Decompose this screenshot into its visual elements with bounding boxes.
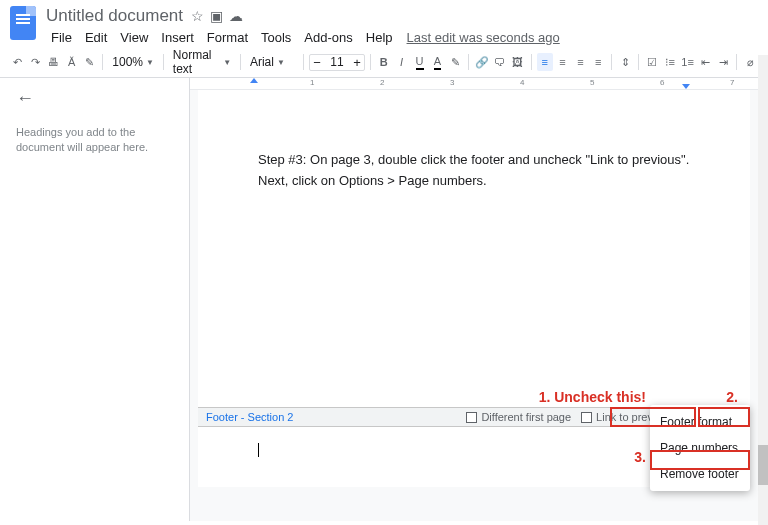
separator xyxy=(240,54,241,70)
ruler-tick: 6 xyxy=(660,78,664,87)
annotation-1: 1. Uncheck this! xyxy=(539,389,646,405)
highlight-box-options xyxy=(698,407,750,427)
docs-logo-icon[interactable] xyxy=(10,6,36,40)
number-list-icon[interactable]: 1≡ xyxy=(680,53,696,71)
menu-insert[interactable]: Insert xyxy=(156,28,199,47)
page[interactable]: Step #3: On page 3, double click the foo… xyxy=(198,90,750,450)
document-area: 1 2 3 4 5 6 7 Step #3: On page 3, double… xyxy=(190,78,768,521)
title-row: Untitled document ☆ ▣ ☁ xyxy=(46,6,560,26)
print-icon[interactable]: 🖶 xyxy=(46,53,62,71)
menu-edit[interactable]: Edit xyxy=(80,28,112,47)
back-arrow-icon[interactable]: ← xyxy=(16,88,173,109)
separator xyxy=(102,54,103,70)
indent-icon[interactable]: ⇥ xyxy=(715,53,731,71)
bold-icon[interactable]: B xyxy=(376,53,392,71)
line-spacing-icon[interactable]: ⇕ xyxy=(617,53,633,71)
toolbar: ↶ ↷ 🖶 Ă ✎ 100%▼ Normal text▼ Arial▼ − 11… xyxy=(0,47,768,78)
star-icon[interactable]: ☆ xyxy=(191,8,204,24)
checkbox-label: Different first page xyxy=(481,411,571,423)
ruler-tick: 5 xyxy=(590,78,594,87)
cloud-icon[interactable]: ☁ xyxy=(229,8,243,24)
menu-bar: File Edit View Insert Format Tools Add-o… xyxy=(46,28,560,47)
move-icon[interactable]: ▣ xyxy=(210,8,223,24)
outdent-icon[interactable]: ⇤ xyxy=(698,53,714,71)
separator xyxy=(303,54,304,70)
link-icon[interactable]: 🔗 xyxy=(474,53,490,71)
separator xyxy=(611,54,612,70)
checkbox-icon[interactable] xyxy=(581,412,592,423)
different-first-page-checkbox[interactable]: Different first page xyxy=(466,411,571,423)
text-cursor xyxy=(258,443,259,457)
checklist-icon[interactable]: ☑ xyxy=(644,53,660,71)
italic-icon[interactable]: I xyxy=(394,53,410,71)
footer-section-label: Footer - Section 2 xyxy=(206,411,293,423)
text-color-icon[interactable]: A xyxy=(429,53,445,71)
annotation-3: 3. xyxy=(634,449,646,465)
font-select[interactable]: Arial▼ xyxy=(246,51,298,73)
redo-icon[interactable]: ↷ xyxy=(28,53,44,71)
font-size-stepper[interactable]: − 11 + xyxy=(309,54,365,71)
title-actions: ☆ ▣ ☁ xyxy=(191,8,243,24)
ruler-tick: 3 xyxy=(450,78,454,87)
header: Untitled document ☆ ▣ ☁ File Edit View I… xyxy=(0,0,768,47)
bullet-list-icon[interactable]: ⁝≡ xyxy=(662,53,678,71)
ruler-tick: 4 xyxy=(520,78,524,87)
paint-format-icon[interactable]: ✎ xyxy=(82,53,98,71)
menu-format[interactable]: Format xyxy=(202,28,253,47)
highlight-icon[interactable]: ✎ xyxy=(447,53,463,71)
menu-file[interactable]: File xyxy=(46,28,77,47)
separator xyxy=(163,54,164,70)
outline-hint: Headings you add to the document will ap… xyxy=(16,125,173,156)
increase-icon[interactable]: + xyxy=(350,55,364,70)
vertical-scrollbar[interactable] xyxy=(758,55,768,525)
ruler-tick: 1 xyxy=(310,78,314,87)
menu-view[interactable]: View xyxy=(115,28,153,47)
checkbox-icon[interactable] xyxy=(466,412,477,423)
scrollbar-thumb[interactable] xyxy=(758,445,768,485)
undo-icon[interactable]: ↶ xyxy=(10,53,26,71)
zoom-select[interactable]: 100%▼ xyxy=(108,51,158,73)
image-icon[interactable]: 🖼 xyxy=(510,53,526,71)
annotation-2: 2. xyxy=(726,389,738,405)
align-center-icon[interactable]: ≡ xyxy=(555,53,571,71)
main: ← Headings you add to the document will … xyxy=(0,78,768,521)
menu-tools[interactable]: Tools xyxy=(256,28,296,47)
caret-icon: ▼ xyxy=(277,58,285,67)
document-title[interactable]: Untitled document xyxy=(46,6,183,26)
underline-icon[interactable]: U xyxy=(412,53,428,71)
decrease-icon[interactable]: − xyxy=(310,55,324,70)
separator xyxy=(468,54,469,70)
ruler-tick: 2 xyxy=(380,78,384,87)
ruler-tick: 7 xyxy=(730,78,734,87)
clear-format-icon[interactable]: ⌀ xyxy=(742,53,758,71)
style-select[interactable]: Normal text▼ xyxy=(169,51,235,73)
right-margin-marker-icon[interactable] xyxy=(682,84,690,89)
separator xyxy=(736,54,737,70)
caret-icon: ▼ xyxy=(146,58,154,67)
align-left-icon[interactable]: ≡ xyxy=(537,53,553,71)
caret-icon: ▼ xyxy=(223,58,231,67)
ruler[interactable]: 1 2 3 4 5 6 7 xyxy=(190,78,768,90)
highlight-box-page-numbers xyxy=(650,450,750,470)
zoom-value: 100% xyxy=(112,55,143,69)
separator xyxy=(531,54,532,70)
style-value: Normal text xyxy=(173,48,220,76)
spellcheck-icon[interactable]: Ă xyxy=(64,53,80,71)
outline-panel: ← Headings you add to the document will … xyxy=(0,78,190,521)
menu-addons[interactable]: Add-ons xyxy=(299,28,357,47)
align-justify-icon[interactable]: ≡ xyxy=(590,53,606,71)
align-right-icon[interactable]: ≡ xyxy=(572,53,588,71)
body-text[interactable]: Step #3: On page 3, double click the foo… xyxy=(258,150,690,192)
font-size-value[interactable]: 11 xyxy=(324,55,350,69)
menu-help[interactable]: Help xyxy=(361,28,398,47)
comment-icon[interactable]: 🗨 xyxy=(492,53,508,71)
font-value: Arial xyxy=(250,55,274,69)
separator xyxy=(370,54,371,70)
separator xyxy=(638,54,639,70)
last-edit-link[interactable]: Last edit was seconds ago xyxy=(407,30,560,45)
indent-marker-icon[interactable] xyxy=(250,78,258,83)
highlight-box-link-previous xyxy=(610,407,696,427)
